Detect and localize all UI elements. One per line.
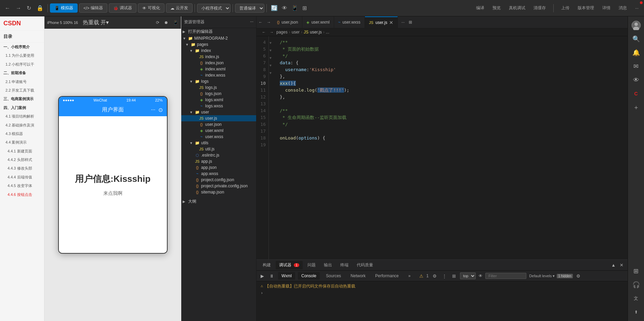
toc-item-2-2[interactable]: 2.2 开发工具下载 [0,86,44,95]
app-js-file[interactable]: JS app.js [181,158,256,164]
code-content[interactable]: /** * 页面的初始数据 */ data: { username:'Kisss… [274,36,628,259]
click-text[interactable]: 来点我啊 [103,190,122,197]
preview-btn[interactable]: 预览 [490,4,503,12]
tab-split-btn[interactable]: ⊞ [407,18,414,26]
sitemap-file[interactable]: {} sitemap.json [181,189,256,195]
pages-folder[interactable]: ▼ 📁 pages [181,41,256,48]
bell-btn notification[interactable]: 🔔 [630,46,642,59]
compile-refresh-button[interactable]: 🔄 [269,3,280,13]
settings-side-btn[interactable]: ⬆ [630,306,642,318]
breadcrumb-back[interactable]: ← [261,30,267,35]
toc-item-4[interactable]: 四、入门案例 [0,104,44,112]
fold-14[interactable]: ▼ [269,64,272,67]
app-wxss-file[interactable]: ~ app.wxss [181,171,256,177]
translate-btn[interactable]: 文 [630,292,642,305]
tab-user-js[interactable]: JS user.js ✕ [365,16,398,28]
outline-section[interactable]: ▶ 大纲 [181,198,256,205]
fold-10[interactable]: ▼ [269,56,272,60]
logs-wxss-file[interactable]: ~ logs.wxss [181,103,256,109]
csdn-c-btn[interactable]: C [630,88,642,100]
more-btn[interactable]: ··· [632,4,641,12]
toc-item-4-4-1[interactable]: 4.4.1 新建页面 [0,147,44,156]
sub-tab-more[interactable]: » [405,272,414,280]
tab-user-wxml[interactable]: ◈ user.wxml [302,16,334,28]
fold-4[interactable]: ▼ [269,41,272,45]
index-folder[interactable]: ▼ 📁 index [181,48,256,54]
console-context-select[interactable]: top [460,272,476,279]
tab-terminal[interactable]: 终端 [337,261,352,269]
hotreload-btn[interactable]: 热重载 开▾ [83,19,109,26]
console-run-btn[interactable]: ▶ [259,273,265,279]
console-prompt[interactable]: › [261,290,623,296]
grid-btn[interactable]: ⊞ [630,265,642,277]
toc-item-2-1[interactable]: 2.1 申请账号 [0,78,44,86]
upload-btn[interactable]: 上传 [558,4,572,12]
logs-wxml-file[interactable]: ◈ logs.wxml [181,97,256,103]
visual-tab-button[interactable]: 👁 可视化 [138,3,165,13]
simulator-tab-button[interactable]: 📱 模拟器 [50,3,78,13]
simulator-record-btn[interactable]: ⏺ [164,20,168,25]
opened-editors-section[interactable]: ▶ 打开的编辑器 [181,28,256,35]
index-wxss-file[interactable]: ~ index.wxss [181,72,256,78]
toc-item-4-4[interactable]: 4.4 案例演示 [0,138,44,147]
tab-user-wxss[interactable]: ~ user.wxss [334,16,365,28]
tab-user-js-close[interactable]: ✕ [389,20,393,25]
simulator-refresh-btn[interactable]: ⟳ [156,20,159,25]
sub-tab-performance[interactable]: Performance [372,272,402,280]
toc-item-4-4-5[interactable]: 4.4.5 改变字体 [0,182,44,190]
toc-item-4-4-4[interactable]: 4.4.4 后端传值 [0,173,44,182]
app-json-file[interactable]: {} app.json [181,164,256,171]
toc-item-2[interactable]: 二、前期准备 [0,69,44,77]
root-folder[interactable]: ▼ 📁 MINIPROGRAM-2 [181,35,256,41]
tab-build[interactable]: 构建 [259,261,274,269]
sub-tab-sources[interactable]: Sources [323,272,344,280]
console-settings-btn[interactable]: ⚙ [431,273,438,279]
logs-js-file[interactable]: JS logs.js [181,84,256,91]
editor-tab-button[interactable]: </> 编辑器 [79,3,107,13]
console-stop-btn[interactable]: ⏸ [268,273,275,279]
explorer-more-btn[interactable]: ··· [250,19,253,25]
phone-menu-icon[interactable]: ··· [151,107,155,113]
real-debug-btn[interactable]: 真机调试 [506,4,528,12]
tab-nav-back[interactable]: ← [257,19,265,25]
console-gear-btn[interactable]: ⚙ [575,273,582,279]
logs-json-file[interactable]: {} logs.json [181,91,256,97]
mode-select[interactable]: 小程序模式 [197,4,231,13]
translate-select[interactable]: 普通编译 [235,4,264,13]
user-wxml-file[interactable]: ◈ user.wxml [181,128,256,134]
csdn-logo[interactable]: CSDN [0,16,44,31]
user-json-file[interactable]: {} user.json [181,121,256,128]
toc-item-1-2[interactable]: 1.2 小程序可以干 [0,60,44,69]
bc-pages[interactable]: pages [276,30,288,35]
tab-nav-forward[interactable]: → [265,19,273,25]
clear-cache-btn[interactable]: 清缓存 [531,4,549,12]
back-button[interactable]: ← [3,4,12,13]
debugger-tab-button[interactable]: 🐞 调试器 [109,3,136,13]
bc-more[interactable]: ... [326,30,329,35]
console-more-btn[interactable]: ⋮ [441,273,448,279]
console-expand-btn[interactable]: ⊞ [451,273,457,279]
tab-more-btn[interactable]: ··· [399,18,407,26]
toc-item-3[interactable]: 三、电商案例演示 [0,95,44,103]
toc-item-4-4-6[interactable]: 4.4.6 按钮点击 [0,190,44,199]
layers-button[interactable]: ⊞ [300,3,309,13]
notification-btn[interactable]: 消息 [616,4,630,12]
user-folder[interactable]: ▼ 📁 user [181,109,256,115]
simulator-phone-btn[interactable]: 📱 [173,20,178,25]
console-eye-icon[interactable]: 👁 [478,273,483,278]
headset-btn[interactable]: 🎧 [630,279,642,291]
toc-item-4-4-2[interactable]: 4.4.2 头部样式 [0,156,44,164]
sub-tab-wxml[interactable]: Wxml [278,272,295,280]
bc-user-js[interactable]: user.js [310,30,322,35]
index-wxml-file[interactable]: ◈ index.wxml [181,66,256,72]
eslintrc-file[interactable]: ⬡ .eslintrc.js [181,152,256,158]
cloud-tab-button[interactable]: ☁ 云开发 [166,3,193,13]
tab-problems[interactable]: 问题 [304,261,319,269]
utils-folder[interactable]: ▼ 📁 utils [181,140,256,146]
toc-item-4-4-3[interactable]: 4.4.3 修改头部 [0,164,44,173]
forward-button[interactable]: → [14,4,23,13]
tab-debugger[interactable]: 调试器 1 [276,261,303,269]
bottom-panel-close[interactable]: ✕ [618,262,625,268]
toc-item-1-1[interactable]: 1.1 为什么要使用 [0,51,44,60]
mail-btn[interactable]: ✉ [630,60,642,72]
